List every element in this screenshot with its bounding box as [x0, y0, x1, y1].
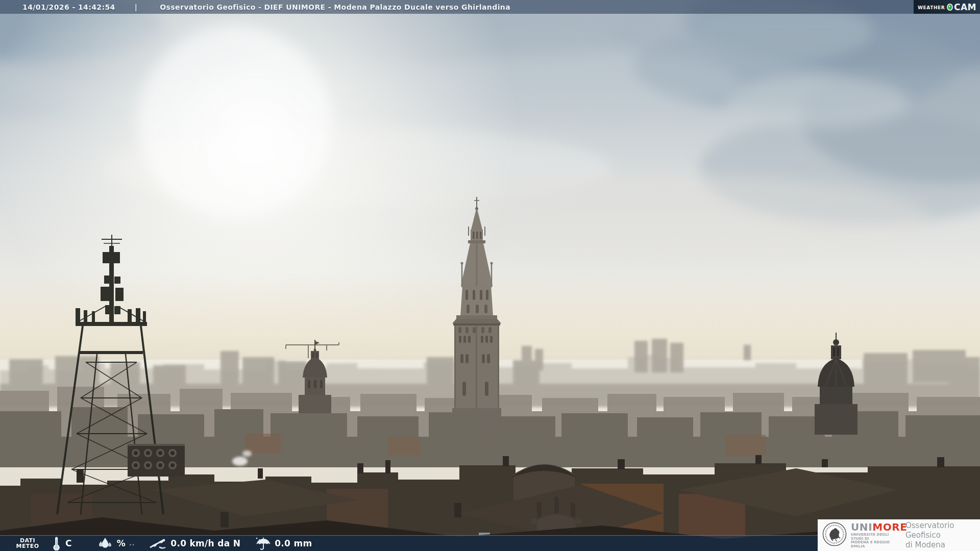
unimore-subtitle-line1: UNIVERSITÀ DEGLI STUDI DI	[851, 533, 901, 541]
anemometer-icon	[148, 537, 167, 550]
unimore-branding[interactable]: UNIMORE UNIVERSITÀ DEGLI STUDI DI MODENA…	[818, 519, 980, 551]
separator: |	[135, 3, 138, 11]
unimore-acronym-gray: UNI	[851, 521, 872, 533]
weathercam-word1: Weather	[918, 3, 945, 11]
camera-title: Osservatorio Geofisico - DIEF UNIMORE - …	[160, 3, 510, 11]
unimore-seal-icon	[822, 522, 847, 548]
observatory-name: Osservatorio Geofisico di Modena	[905, 521, 980, 550]
rain-value: 0.0 mm	[275, 538, 312, 548]
weathercam-word2: Cam	[954, 2, 976, 12]
umbrella-icon	[255, 537, 271, 550]
unimore-acronym-red: MORE	[872, 521, 907, 533]
webcam-photo	[0, 0, 980, 551]
unimore-wordmark: UNIMORE UNIVERSITÀ DEGLI STUDI DI MODENA…	[851, 522, 901, 548]
humidity-unit: %	[117, 538, 126, 548]
unimore-subtitle-line2: MODENA E REGGIO EMILIA	[851, 541, 901, 548]
top-info-bar: 14/01/2026 - 14:42:54 | Osservatorio Geo…	[0, 0, 980, 14]
dati-meteo-label: DATI METEO	[12, 538, 43, 549]
webcam-page: 14/01/2026 - 14:42:54 | Osservatorio Geo…	[0, 0, 980, 551]
wind-value: 0.0 km/h da N	[170, 538, 240, 548]
temperature-unit: C	[65, 538, 72, 548]
weathercam-logo[interactable]: Weather Cam	[914, 0, 980, 14]
water-drops-icon	[97, 537, 113, 550]
thermometer-icon	[52, 537, 60, 550]
vent-building	[128, 444, 185, 477]
timestamp: 14/01/2026 - 14:42:54	[22, 3, 115, 11]
green-lens-dot-icon	[947, 4, 953, 11]
humidity-trailing-dots: ..	[129, 540, 135, 547]
